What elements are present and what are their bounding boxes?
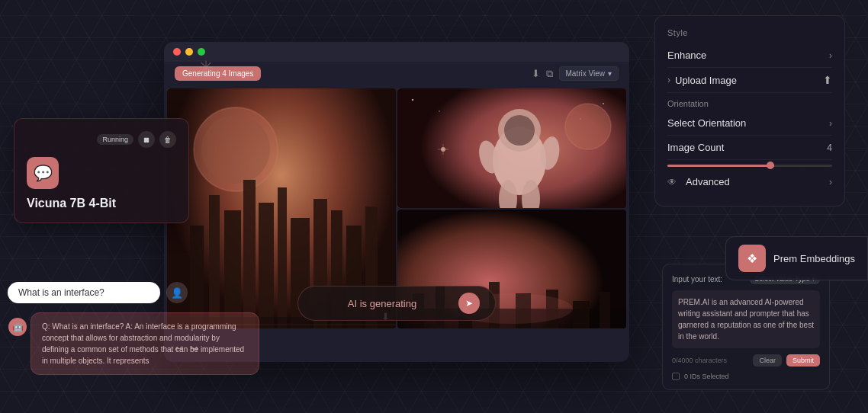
svg-point-22 xyxy=(565,104,611,149)
ai-generating-text: AI is generating xyxy=(313,298,451,309)
svg-point-20 xyxy=(603,103,604,104)
vicuna-header: Running ⏹ 🗑 xyxy=(27,131,176,148)
prem-logo: ❖ xyxy=(738,245,766,272)
chat-bubble-text: Q: What is an interface? A: An interface… xyxy=(42,322,244,365)
chat-widget: What is an interface? 👤 🤖 Q: What is an … xyxy=(8,282,282,375)
slider-track xyxy=(667,165,832,167)
slider-fill xyxy=(667,165,774,167)
vicuna-logo: 💬 xyxy=(27,157,59,189)
upload-icon: ⬆ xyxy=(823,74,832,86)
text-input-label: Input your text: xyxy=(672,275,722,283)
upload-expand-icon: › xyxy=(667,75,670,85)
mac-titlebar xyxy=(164,42,629,62)
image-count-label: Image Count xyxy=(667,142,724,153)
select-ids-checkbox[interactable] xyxy=(672,373,680,380)
ai-generating-bar: AI is generating ➤ xyxy=(297,286,496,321)
image-count-value: 4 xyxy=(827,142,832,153)
svg-point-2 xyxy=(201,115,270,184)
enhance-chevron: › xyxy=(829,50,832,61)
eye-icon: 👁 xyxy=(667,177,677,187)
matrix-view-button[interactable]: Matrix View ▾ xyxy=(559,66,619,81)
orientation-section-label: Orientation xyxy=(667,99,832,108)
chat-user-icon: 👤 xyxy=(166,282,188,303)
checkbox-row: 0 IDs Selected xyxy=(672,373,820,380)
advanced-label: Advanced xyxy=(686,176,825,187)
submit-button[interactable]: Submit xyxy=(786,354,820,367)
image-count-slider[interactable] xyxy=(667,165,832,167)
chat-bubble: 🤖 Q: What is an interface? A: An interfa… xyxy=(31,312,259,375)
char-count: 0/4000 characters xyxy=(672,357,727,364)
svg-point-18 xyxy=(412,99,413,101)
clear-button[interactable]: Clear xyxy=(753,354,782,367)
svg-rect-41 xyxy=(573,301,590,329)
delete-button[interactable]: 🗑 xyxy=(159,131,176,148)
vicuna-title: Vicuna 7B 4-Bit xyxy=(27,197,176,210)
mac-minimize-dot[interactable] xyxy=(185,48,193,56)
image-cell-2[interactable]: ⌕ xyxy=(397,88,626,208)
chat-input-row: What is an interface? 👤 xyxy=(8,282,282,303)
svg-point-25 xyxy=(504,115,535,146)
chat-input[interactable]: What is an interface? xyxy=(8,282,160,303)
send-button[interactable]: ➤ xyxy=(458,293,480,314)
mac-maximize-dot[interactable] xyxy=(198,48,205,56)
running-badge: Running xyxy=(97,134,133,145)
advanced-chevron: › xyxy=(829,177,832,187)
select-orientation-row[interactable]: Select Orientation › xyxy=(667,111,832,136)
prem-embeddings-chip[interactable]: ❖ Prem Embeddings xyxy=(725,236,868,280)
mac-close-dot[interactable] xyxy=(173,48,181,56)
image-count-row[interactable]: Image Count 4 xyxy=(667,136,832,160)
style-section-label: Style xyxy=(667,28,832,37)
copy-icon[interactable]: ⧉ xyxy=(546,68,553,80)
decorative-snowflake: ✳ xyxy=(198,57,221,80)
checkbox-label: 0 IDs Selected xyxy=(684,373,729,380)
text-input-footer: 0/4000 characters Clear Submit xyxy=(672,354,820,367)
upload-image-row[interactable]: › Upload Image ⬆ xyxy=(667,68,832,93)
footer-buttons: Clear Submit xyxy=(753,354,820,367)
vicuna-card: Running ⏹ 🗑 💬 Vicuna 7B 4-Bit xyxy=(14,118,189,223)
svg-rect-42 xyxy=(600,292,610,329)
enhance-row[interactable]: Enhance › xyxy=(667,43,832,68)
upload-image-label: Upload Image xyxy=(675,75,823,86)
text-input-card: Input your text: Select Value-Type ▾ PRE… xyxy=(662,264,830,390)
select-orientation-label: Select Orientation xyxy=(667,117,746,129)
enhance-label: Enhance xyxy=(667,50,706,61)
download-icon[interactable]: ⬇ xyxy=(532,68,540,79)
prem-label: Prem Embeddings xyxy=(773,253,855,264)
right-panel: Style Enhance › › Upload Image ⬆ Orienta… xyxy=(654,15,845,206)
advanced-row[interactable]: 👁 Advanced › xyxy=(667,170,832,194)
chat-avatar: 🤖 xyxy=(8,318,27,336)
svg-point-19 xyxy=(439,110,440,112)
text-input-content[interactable]: PREM.AI is an advanced AI-powered writin… xyxy=(672,290,820,348)
orientation-chevron: › xyxy=(829,118,832,129)
card-toolbar: Generating 4 Images ⬇ ⧉ Matrix View ▾ xyxy=(164,62,629,85)
slider-thumb[interactable] xyxy=(767,162,774,169)
stop-button[interactable]: ⏹ xyxy=(138,131,155,148)
